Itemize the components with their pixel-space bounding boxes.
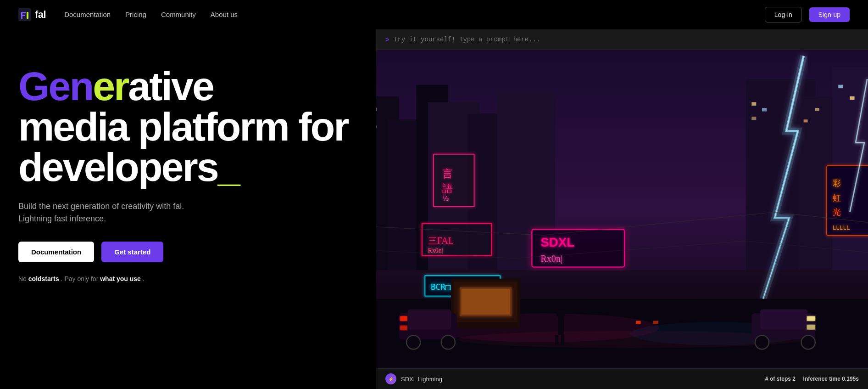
svg-rect-65 bbox=[558, 317, 564, 335]
model-name: SDXL Lightning bbox=[401, 376, 442, 383]
svg-rect-53 bbox=[838, 85, 843, 89]
cursor-underscore: _ bbox=[218, 144, 239, 190]
hero-section: Generative media platform for developers… bbox=[0, 29, 868, 389]
svg-text:虹: 虹 bbox=[833, 193, 841, 203]
svg-text:語: 語 bbox=[442, 183, 453, 194]
svg-text:LLLLL: LLLLL bbox=[833, 224, 850, 231]
hero-note: No coldstarts . Pay only for what you us… bbox=[18, 275, 358, 282]
svg-point-64 bbox=[556, 309, 565, 318]
svg-rect-52 bbox=[815, 108, 819, 111]
svg-text:SDXL: SDXL bbox=[540, 235, 574, 249]
svg-text:三FAL: 三FAL bbox=[428, 236, 454, 246]
nav-item-documentation[interactable]: Documentation bbox=[64, 11, 111, 19]
nav-link-community[interactable]: Community bbox=[161, 11, 196, 18]
demo-image: 言 語 ⅓ 三FAL Rx0n| BCR□□□◈ SDXL Rx0n| bbox=[376, 50, 868, 368]
note-what: what you use bbox=[100, 275, 141, 282]
svg-rect-49 bbox=[762, 108, 767, 112]
svg-rect-72 bbox=[400, 316, 407, 321]
get-started-button[interactable]: Get started bbox=[101, 242, 163, 262]
demo-footer: ⚡ SDXL Lightning # of steps 2 Inference … bbox=[376, 368, 868, 389]
svg-rect-78 bbox=[807, 316, 815, 321]
svg-point-70 bbox=[406, 335, 420, 349]
svg-text:彩: 彩 bbox=[833, 179, 841, 188]
title-gen-middle: er bbox=[93, 63, 128, 109]
title-gen-prefix: Gen bbox=[18, 63, 93, 109]
hero-subtitle: Build the next generation of creativity … bbox=[18, 200, 358, 225]
nav-item-pricing[interactable]: Pricing bbox=[125, 11, 146, 19]
steps-value: 2 bbox=[792, 376, 796, 382]
city-svg-scene: 言 語 ⅓ 三FAL Rx0n| BCR□□□◈ SDXL Rx0n| bbox=[376, 50, 868, 368]
title-gen-suffix: ative bbox=[128, 63, 213, 109]
note-prefix: No bbox=[18, 275, 27, 282]
svg-point-71 bbox=[441, 335, 455, 349]
svg-point-77 bbox=[801, 335, 815, 349]
svg-rect-75 bbox=[760, 309, 807, 329]
login-button[interactable]: Log-in bbox=[765, 7, 802, 23]
svg-text:⅓: ⅓ bbox=[442, 195, 449, 202]
demo-prompt-bar[interactable]: > Try it yourself! Type a prompt here... bbox=[376, 29, 868, 50]
model-icon-text: ⚡ bbox=[388, 377, 394, 382]
svg-rect-69 bbox=[408, 309, 451, 329]
nav-link-documentation[interactable]: Documentation bbox=[64, 11, 111, 18]
subtitle-line2: Lightning fast inference. bbox=[18, 214, 106, 223]
nav-right: Log-in Sign-up bbox=[765, 7, 850, 23]
svg-rect-46 bbox=[376, 108, 377, 111]
svg-rect-51 bbox=[804, 119, 808, 122]
note-suffix: . bbox=[143, 275, 145, 282]
svg-rect-1 bbox=[27, 12, 28, 19]
svg-rect-48 bbox=[751, 102, 756, 106]
logo-link[interactable]: fal bbox=[18, 8, 46, 21]
svg-rect-79 bbox=[807, 325, 815, 330]
hero-left: Generative media platform for developers… bbox=[0, 29, 376, 301]
signup-button[interactable]: Sign-up bbox=[809, 7, 850, 22]
demo-stats: # of steps 2 Inference time 0.195s bbox=[765, 376, 859, 382]
subtitle-line1: Build the next generation of creativity … bbox=[18, 202, 184, 211]
svg-rect-80 bbox=[636, 321, 640, 324]
svg-point-76 bbox=[755, 335, 769, 349]
svg-rect-54 bbox=[850, 96, 854, 100]
svg-rect-66 bbox=[555, 335, 559, 345]
nav-link-pricing[interactable]: Pricing bbox=[125, 11, 146, 18]
nav-link-about[interactable]: About us bbox=[211, 11, 238, 18]
hero-title-generative: Generative bbox=[18, 63, 213, 109]
demo-image-container: 言 語 ⅓ 三FAL Rx0n| BCR□□□◈ SDXL Rx0n| bbox=[376, 50, 868, 368]
model-icon: ⚡ bbox=[385, 373, 396, 384]
hero-title: Generative media platform for developers… bbox=[18, 66, 358, 187]
svg-text:Rx0n|: Rx0n| bbox=[428, 247, 443, 254]
nav-item-community[interactable]: Community bbox=[161, 11, 196, 19]
svg-rect-81 bbox=[653, 321, 658, 324]
note-middle: . Pay only for bbox=[61, 275, 99, 282]
steps-label: # of steps bbox=[765, 376, 792, 382]
nav-left: fal Documentation Pricing Community Abou… bbox=[18, 8, 238, 21]
inference-label: Inference time bbox=[803, 376, 842, 382]
prompt-arrow-icon: > bbox=[385, 36, 389, 43]
demo-panel: > Try it yourself! Type a prompt here... bbox=[376, 29, 868, 389]
hero-buttons: Documentation Get started bbox=[18, 242, 358, 262]
svg-rect-47 bbox=[376, 125, 377, 128]
prompt-input-placeholder[interactable]: Try it yourself! Type a prompt here... bbox=[394, 36, 540, 43]
title-developers-text: developers bbox=[18, 144, 218, 190]
hero-title-line2: media platform for bbox=[18, 107, 358, 147]
svg-rect-73 bbox=[400, 326, 407, 330]
svg-rect-16 bbox=[434, 154, 474, 206]
fal-logo-icon bbox=[18, 8, 31, 21]
svg-rect-67 bbox=[561, 335, 564, 345]
svg-rect-50 bbox=[751, 117, 756, 120]
inference-value: 0.195s bbox=[842, 376, 859, 382]
demo-footer-left: ⚡ SDXL Lightning bbox=[385, 373, 442, 384]
hero-title-line3: developers_ bbox=[18, 147, 358, 187]
documentation-button[interactable]: Documentation bbox=[18, 242, 94, 262]
nav-links: Documentation Pricing Community About us bbox=[64, 11, 238, 19]
navbar: fal Documentation Pricing Community Abou… bbox=[0, 0, 868, 29]
svg-text:言: 言 bbox=[442, 168, 453, 180]
logo-text: fal bbox=[35, 9, 46, 21]
svg-text:光: 光 bbox=[833, 208, 841, 217]
note-coldstarts: coldstarts bbox=[28, 275, 59, 282]
svg-rect-63 bbox=[462, 289, 510, 314]
nav-item-about[interactable]: About us bbox=[211, 11, 238, 19]
